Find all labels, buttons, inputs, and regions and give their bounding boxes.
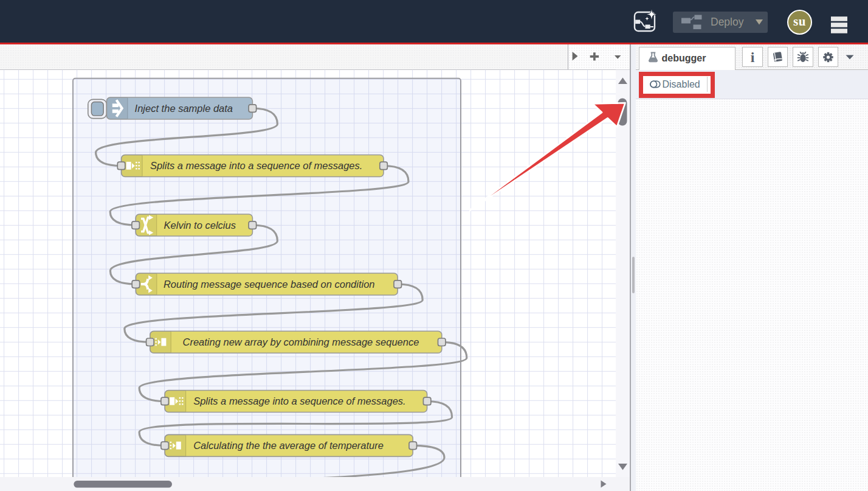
svg-text:Routing message sequence based: Routing message sequence based on condit…: [164, 279, 375, 290]
svg-text:Kelvin to celcius: Kelvin to celcius: [164, 220, 236, 231]
svg-text:Splits a message into a sequen: Splits a message into a sequence of mess…: [150, 160, 362, 171]
svg-text:Calculating the the average of: Calculating the the average of temperatu…: [193, 440, 384, 451]
svg-text:Splits a message into a sequen: Splits a message into a sequence of mess…: [193, 395, 405, 406]
svg-text:Inject the sample data: Inject the sample data: [135, 103, 233, 114]
svg-text:i: i: [751, 49, 755, 65]
svg-text:Creating new array by combinin: Creating new array by combining message …: [183, 336, 419, 347]
